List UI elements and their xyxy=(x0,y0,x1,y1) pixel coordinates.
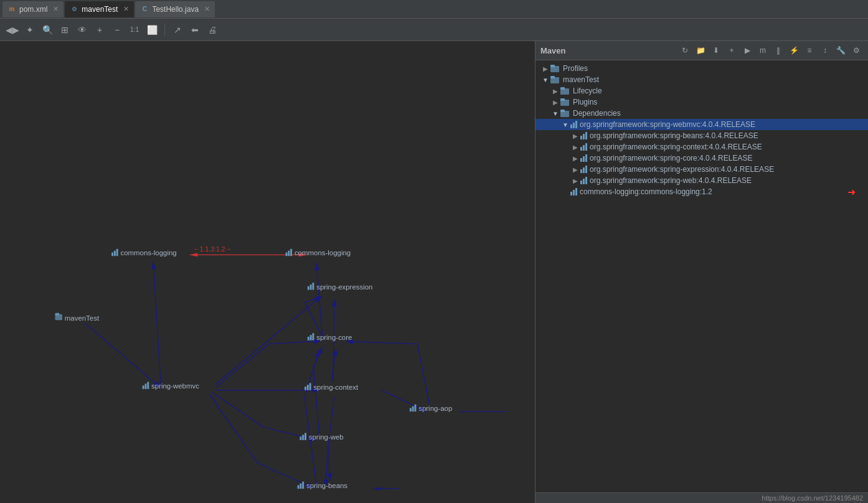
grid-btn[interactable]: ⊞ xyxy=(57,22,72,37)
tree-item-lifecycle[interactable]: ▶ Lifecycle xyxy=(535,85,868,96)
maven-toolbar: ↻ 📁 ⬇ + ▶ m ‖ ⚡ ≡ ↕ 🔧 ⚙ xyxy=(678,44,863,57)
back-forward-btn[interactable]: ◀▶ xyxy=(5,22,20,37)
svg-rect-60 xyxy=(550,65,555,67)
svg-rect-50 xyxy=(300,484,301,489)
tab-testhello-close[interactable]: ✕ xyxy=(204,5,210,13)
svg-text:spring-web: spring-web xyxy=(309,433,344,441)
maven-sort-btn[interactable]: ↕ xyxy=(818,44,832,57)
zoom-reset-btn[interactable]: 1:1 xyxy=(127,22,142,37)
plugins-folder-icon xyxy=(560,98,570,106)
tree-item-profiles[interactable]: ▶ Profiles xyxy=(535,63,868,74)
svg-text:commons-logging: commons-logging xyxy=(295,249,351,256)
maven-refresh-btn[interactable]: ↻ xyxy=(678,44,692,57)
tree-item-spring-beans[interactable]: ▶ org.springframework:spring-beans:4.0.4… xyxy=(535,130,868,141)
svg-line-10 xyxy=(328,446,330,480)
spring-webmvc-arrow: ▼ xyxy=(560,121,570,128)
maven-folder-btn[interactable]: 📁 xyxy=(694,44,707,57)
lifecycle-arrow: ▶ xyxy=(550,88,560,95)
tree-item-spring-expression[interactable]: ▶ org.springframework:spring-expression:… xyxy=(535,164,868,175)
svg-marker-54 xyxy=(373,487,380,491)
tree-item-spring-web[interactable]: ▶ org.springframework:spring-web:4.0.4.R… xyxy=(535,175,868,186)
maventest-arrow: ▼ xyxy=(540,77,550,83)
maven-title: Maven xyxy=(540,46,565,55)
svg-rect-25 xyxy=(114,251,116,256)
svg-rect-45 xyxy=(300,436,301,440)
maven-run-btn[interactable]: ▶ xyxy=(740,44,754,57)
zoom-actual-btn[interactable]: 🔍 xyxy=(40,22,55,37)
svg-marker-13 xyxy=(189,253,197,256)
spring-expression-arrow: ▶ xyxy=(570,166,580,173)
svg-rect-21 xyxy=(145,383,147,389)
maven-lightning-btn[interactable]: ⚡ xyxy=(787,44,801,57)
tab-maventest-close[interactable]: ✕ xyxy=(123,5,129,13)
maven-wrench-btn[interactable]: 🔧 xyxy=(834,44,847,57)
svg-rect-62 xyxy=(550,76,555,78)
svg-rect-41 xyxy=(304,387,306,390)
maven-gear-btn[interactable]: ⚙ xyxy=(849,44,863,57)
dependencies-arrow: ▼ xyxy=(550,110,560,117)
tab-pom-close[interactable]: ✕ xyxy=(53,5,59,13)
tree-item-commons-logging[interactable]: ▶ commons-logging:commons-logging:1.2 ➜ xyxy=(535,186,868,197)
svg-rect-51 xyxy=(302,482,304,489)
svg-text:spring-context: spring-context xyxy=(313,383,359,391)
tab-maventest[interactable]: ⚙ mavenTest ✕ xyxy=(65,1,134,17)
dependencies-folder-icon xyxy=(560,109,570,118)
svg-text:spring-beans: spring-beans xyxy=(306,482,347,489)
lifecycle-label: Lifecycle xyxy=(573,87,602,95)
diagram-panel[interactable]: mavenTest spring-webmvc commo xyxy=(0,41,535,503)
tree-item-spring-webmvc[interactable]: ▼ org.springframework:spring-webmvc:4.0.… xyxy=(535,119,868,130)
plugins-label: Plugins xyxy=(573,98,597,106)
svg-rect-37 xyxy=(308,337,309,341)
lifecycle-folder-icon xyxy=(560,87,570,95)
maven-tree: ▶ Profiles ▼ mavenTest xyxy=(535,60,868,492)
spring-context-label: org.springframework:spring-context:4.0.4… xyxy=(590,143,762,151)
plugins-arrow: ▶ xyxy=(550,99,560,106)
eye-btn[interactable]: 👁 xyxy=(75,22,90,37)
maven-download-btn[interactable]: ⬇ xyxy=(709,44,723,57)
svg-rect-20 xyxy=(143,385,144,389)
tree-item-spring-context[interactable]: ▶ org.springframework:spring-context:4.0… xyxy=(535,141,868,153)
zoom-in-btn[interactable]: + xyxy=(92,22,107,37)
maven-panel: Maven ↻ 📁 ⬇ + ▶ m ‖ ⚡ ≡ ↕ 🔧 ⚙ ▶ xyxy=(535,41,868,503)
export-btn[interactable]: ↗ xyxy=(170,22,185,37)
svg-rect-55 xyxy=(410,408,412,411)
print-btn[interactable]: 🖨 xyxy=(205,22,220,37)
tree-item-maventest[interactable]: ▼ mavenTest xyxy=(535,74,868,85)
maven-parallel-btn[interactable]: ‖ xyxy=(771,44,785,57)
svg-rect-57 xyxy=(415,405,417,411)
page-btn[interactable]: ⬜ xyxy=(144,22,159,37)
tree-item-plugins[interactable]: ▶ Plugins xyxy=(535,96,868,108)
tree-item-spring-core[interactable]: ▶ org.springframework:spring-core:4.0.4.… xyxy=(535,153,868,164)
spring-core-arrow: ▶ xyxy=(570,155,580,162)
svg-rect-46 xyxy=(302,435,304,440)
fit-btn[interactable]: ✦ xyxy=(22,22,37,37)
tab-testhello[interactable]: C TestHello.java ✕ xyxy=(135,1,215,17)
testhello-icon: C xyxy=(140,5,149,14)
profiles-folder-icon xyxy=(550,64,560,73)
svg-text:←1.1.3:1.2→: ←1.1.3:1.2→ xyxy=(193,246,232,253)
svg-rect-56 xyxy=(412,407,414,412)
maven-menu-btn[interactable]: ≡ xyxy=(803,44,816,57)
spring-web-label: org.springframework:spring-web:4.0.4.REL… xyxy=(590,176,752,185)
svg-rect-33 xyxy=(308,286,309,290)
svg-rect-64 xyxy=(560,87,565,90)
pom-icon: m xyxy=(7,5,16,14)
maven-add-btn[interactable]: + xyxy=(725,44,738,57)
svg-rect-42 xyxy=(307,385,309,390)
zoom-out-btn[interactable]: − xyxy=(110,22,125,37)
maven-header: Maven ↻ 📁 ⬇ + ▶ m ‖ ⚡ ≡ ↕ 🔧 ⚙ xyxy=(535,41,868,60)
maven-m-btn[interactable]: m xyxy=(756,44,770,57)
svg-rect-26 xyxy=(116,249,118,256)
svg-rect-66 xyxy=(560,98,565,101)
svg-rect-47 xyxy=(304,433,306,440)
maventest-label: mavenTest xyxy=(563,75,599,84)
svg-rect-31 xyxy=(290,249,292,256)
tree-item-dependencies[interactable]: ▼ Dependencies xyxy=(535,108,868,119)
svg-rect-43 xyxy=(309,383,311,390)
import-btn[interactable]: ⬅ xyxy=(187,22,202,37)
spring-context-arrow: ▶ xyxy=(570,144,580,151)
tab-testhello-label: TestHello.java xyxy=(152,5,199,14)
svg-rect-38 xyxy=(310,335,312,341)
tab-pom-xml[interactable]: m pom.xml ✕ xyxy=(2,1,64,17)
svg-rect-39 xyxy=(313,333,314,340)
